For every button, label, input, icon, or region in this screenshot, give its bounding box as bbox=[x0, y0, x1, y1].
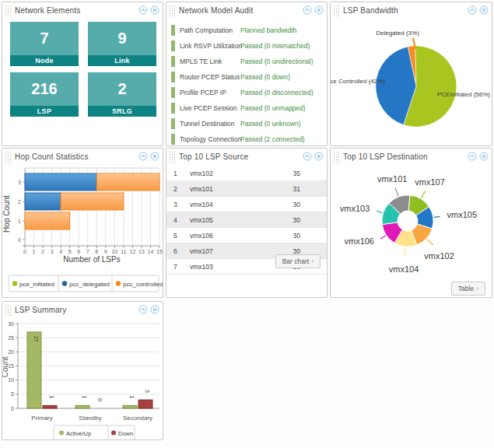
bar-value-label: 1 bbox=[129, 395, 135, 398]
row-rank: 6 bbox=[173, 247, 177, 255]
legend-label-Down[interactable]: Down bbox=[118, 430, 133, 437]
audit-check-label: Link RSVP Utilization bbox=[180, 42, 242, 50]
close-icon[interactable] bbox=[314, 5, 324, 15]
x-tick-label: 13 bbox=[138, 249, 145, 254]
panel-lsp-bandwidth: LSP Bandwidth Delegated (3%)PCEInitiated… bbox=[330, 2, 492, 146]
x-axis-title: Number of LSPs bbox=[63, 255, 120, 264]
y-axis-title: Hop Count bbox=[2, 195, 11, 233]
leader-line bbox=[395, 188, 398, 196]
bar-Active/Up[interactable] bbox=[123, 405, 137, 408]
close-icon[interactable] bbox=[479, 5, 489, 15]
audit-check-label: Tunnel Destination bbox=[180, 120, 235, 128]
leader-line bbox=[377, 211, 383, 213]
close-icon[interactable] bbox=[150, 152, 159, 161]
legend-dot-Down bbox=[111, 431, 116, 436]
audit-row: Router PCEP StatusPassed (0 down) bbox=[166, 70, 327, 86]
collapse-icon[interactable] bbox=[138, 152, 148, 161]
audit-row: Tunnel DestinationPassed (0 unknown) bbox=[166, 117, 327, 132]
audit-check-status: Passed (0 mismatched) bbox=[240, 42, 310, 50]
panel-header: LSP Bandwidth bbox=[331, 2, 492, 19]
panel-title: LSP Summary bbox=[15, 306, 66, 314]
audit-row: Link RSVP UtilizationPassed (0 mismatche… bbox=[166, 39, 327, 54]
leader-line bbox=[434, 216, 440, 217]
row-rank: 5 bbox=[173, 232, 177, 240]
collapse-icon[interactable] bbox=[303, 152, 312, 161]
slice-label: Device Controlled (42%) bbox=[331, 78, 385, 85]
audit-row: Profile PCEP IPPassed (0 disconnected) bbox=[166, 86, 327, 101]
x-tick-label: 8 bbox=[95, 249, 98, 254]
bar-Active/Up[interactable] bbox=[27, 332, 41, 408]
close-icon[interactable] bbox=[150, 305, 159, 314]
row-count: 35 bbox=[293, 170, 300, 177]
lsp-destination-donut-chart: vmx107vmx105vmx102vmx104vmx106vmx103vmx1… bbox=[331, 166, 492, 298]
legend-label-pce_initiated[interactable]: pce_initiated bbox=[19, 281, 54, 288]
element-tile-srlg[interactable]: 2SRLG bbox=[88, 72, 156, 117]
legend-label-pcc_controlled[interactable]: pcc_controlled bbox=[123, 281, 163, 288]
status-bar-icon bbox=[171, 118, 175, 129]
collapse-icon[interactable] bbox=[468, 152, 477, 161]
y-tick-label: 5 bbox=[11, 391, 14, 397]
x-tick-label: 4 bbox=[59, 249, 62, 254]
row-node-name: vmx105 bbox=[190, 216, 213, 224]
drag-handle-icon[interactable] bbox=[5, 151, 11, 163]
bar-segment-pcc_delegated[interactable] bbox=[25, 193, 61, 210]
category-label: Primary bbox=[31, 415, 53, 422]
y-tick-label: 0 bbox=[11, 406, 14, 411]
lsp-bandwidth-pie-chart: Delegated (3%)PCEInitiated (56%)Device C… bbox=[331, 19, 492, 146]
bar-segment-pcc_controlled[interactable] bbox=[25, 212, 70, 229]
y-tick-label: 2 bbox=[18, 199, 21, 205]
leader-line bbox=[380, 236, 386, 239]
category-label: Secondary bbox=[123, 415, 152, 422]
drag-handle-icon[interactable] bbox=[333, 5, 339, 17]
bar-Down[interactable] bbox=[43, 405, 57, 408]
element-tile-lsp[interactable]: 216LSP bbox=[10, 72, 79, 117]
y-tick-label: 1 bbox=[18, 219, 21, 224]
x-tick-label: 10 bbox=[111, 249, 117, 254]
legend-label-pcc_delegated[interactable]: pcc_delegated bbox=[69, 281, 110, 288]
row-node-name: vmx102 bbox=[190, 170, 213, 177]
x-tick-label: 7 bbox=[86, 249, 89, 254]
bar-segment-pcc_delegated[interactable] bbox=[25, 173, 96, 191]
table-row[interactable]: 1vmx10235 bbox=[166, 166, 327, 181]
tile-value: 7 bbox=[10, 22, 79, 55]
status-bar-icon bbox=[171, 72, 175, 82]
audit-row: MPLS TE LinkPassed (0 unidirectional) bbox=[166, 54, 327, 70]
slice-label: PCEInitiated (56%) bbox=[437, 91, 490, 98]
status-bar-icon bbox=[171, 25, 175, 36]
bar-segment-pcc_controlled[interactable] bbox=[61, 193, 124, 210]
table-row[interactable]: 5vmx10630 bbox=[166, 228, 327, 243]
x-tick-label: 3 bbox=[51, 249, 54, 254]
table-row[interactable]: 2vmx10131 bbox=[166, 181, 327, 197]
table-view-button[interactable]: Table› bbox=[451, 282, 485, 296]
audit-row: Path ComputationPlanned bandwidth bbox=[166, 23, 327, 39]
drag-handle-icon[interactable] bbox=[333, 151, 339, 163]
drag-handle-icon[interactable] bbox=[5, 304, 11, 317]
element-tile-link[interactable]: 9Link bbox=[88, 22, 156, 66]
close-icon[interactable] bbox=[479, 152, 489, 161]
collapse-icon[interactable] bbox=[468, 5, 477, 15]
audit-check-label: MPLS TE Link bbox=[180, 58, 222, 65]
panel-header: Network Elements bbox=[2, 2, 163, 19]
legend-label-Active/Up[interactable]: Active/Up bbox=[66, 430, 91, 437]
bar-chart-button[interactable]: Bar chart› bbox=[275, 254, 321, 268]
element-tile-node[interactable]: 7Node bbox=[10, 22, 79, 66]
drag-handle-icon[interactable] bbox=[5, 5, 11, 17]
bar-Active/Up[interactable] bbox=[75, 405, 89, 408]
close-icon[interactable] bbox=[150, 5, 159, 15]
drag-handle-icon[interactable] bbox=[169, 5, 175, 17]
bar-Down[interactable] bbox=[138, 400, 152, 408]
bar-segment-pcc_controlled[interactable] bbox=[96, 173, 159, 191]
x-tick-label: 15 bbox=[156, 249, 163, 254]
close-icon[interactable] bbox=[314, 152, 324, 161]
audit-check-label: Router PCEP Status bbox=[180, 73, 240, 81]
panel-top-10-lsp-destination: Top 10 LSP Destination vmx107vmx105vmx10… bbox=[330, 148, 492, 298]
status-bar-icon bbox=[171, 40, 175, 51]
drag-handle-icon[interactable] bbox=[169, 151, 175, 163]
hop-count-bar-chart: 01234567891011121314153210Number of LSPs… bbox=[2, 166, 163, 298]
table-row[interactable]: 4vmx10530 bbox=[166, 212, 327, 228]
button-label: Bar chart bbox=[282, 257, 310, 265]
collapse-icon[interactable] bbox=[138, 5, 148, 15]
table-row[interactable]: 3vmx10430 bbox=[166, 197, 327, 212]
collapse-icon[interactable] bbox=[303, 5, 312, 15]
collapse-icon[interactable] bbox=[138, 305, 148, 314]
